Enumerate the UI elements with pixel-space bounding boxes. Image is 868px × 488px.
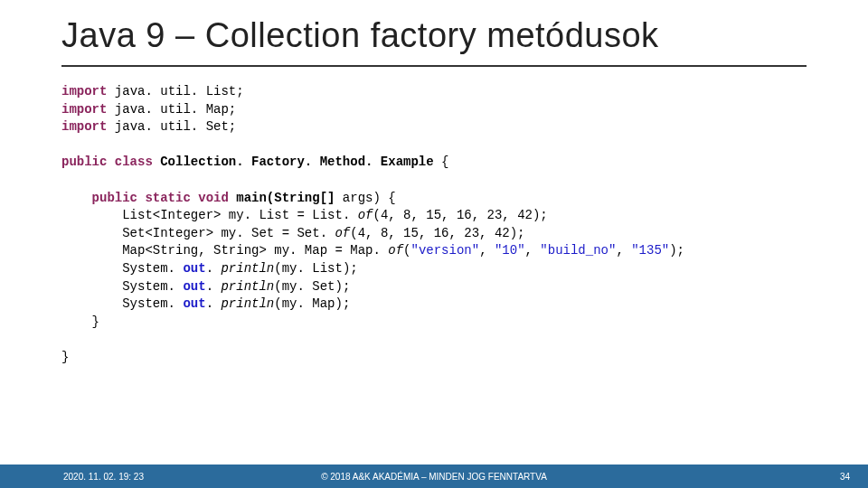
- kw-public-class: public class: [61, 155, 160, 169]
- fn-println: println: [221, 296, 274, 311]
- kw-import: import: [61, 119, 107, 134]
- code-text: = Map.: [335, 243, 388, 258]
- code-text: System.: [61, 261, 183, 276]
- code-text: (4, 8, 15, 16, 23, 42);: [373, 208, 548, 222]
- code-text: .: [206, 296, 222, 311]
- fn-println: println: [221, 279, 274, 294]
- slide-title: Java 9 – Collection factory metódusok: [61, 16, 659, 55]
- field-out: out: [183, 261, 205, 276]
- slide-number: 34: [840, 472, 850, 482]
- fn-of: of: [335, 226, 350, 240]
- string-literal: "135": [631, 243, 669, 258]
- code-text: }: [61, 314, 99, 329]
- fn-of: of: [358, 208, 373, 222]
- method-name: main(String[]: [236, 191, 343, 205]
- code-text: List<Integer>: [61, 208, 229, 222]
- code-text: System.: [61, 279, 183, 294]
- code-text: (: [403, 243, 410, 258]
- kw-import: import: [61, 102, 107, 117]
- code-text: .: [206, 279, 222, 294]
- code-text: .: [206, 261, 222, 276]
- code-text: (my. Set);: [274, 279, 350, 294]
- code-text: java. util. Map;: [107, 102, 236, 117]
- var-name: my. Map: [274, 243, 335, 258]
- code-text: {: [441, 155, 448, 169]
- code-text: ,: [616, 243, 631, 258]
- field-out: out: [183, 279, 205, 294]
- field-out: out: [183, 296, 205, 311]
- fn-println: println: [221, 261, 274, 276]
- code-text: = List.: [297, 208, 357, 222]
- code-text: java. util. List;: [107, 84, 243, 99]
- code-text: );: [669, 243, 684, 258]
- code-text: java. util. Set;: [107, 119, 236, 134]
- code-text: Set<Integer>: [61, 226, 221, 240]
- footer: 2020. 11. 02. 19: 23 © 2018 A&K AKADÉMIA…: [0, 465, 868, 488]
- var-name: my. List: [229, 208, 297, 222]
- code-text: (4, 8, 15, 16, 23, 42);: [350, 226, 524, 240]
- slide: Java 9 – Collection factory metódusok im…: [0, 0, 868, 488]
- fn-of: of: [388, 243, 403, 258]
- footer-copyright: © 2018 A&K AKADÉMIA – MINDEN JOG FENNTAR…: [0, 472, 868, 482]
- var-name: my. Set: [221, 226, 281, 240]
- code-block: import java. util. List; import java. ut…: [61, 83, 684, 367]
- string-literal: "10": [495, 243, 525, 258]
- class-name: Collection. Factory. Method. Example: [160, 155, 441, 169]
- title-underline: [61, 65, 807, 67]
- kw-method-sig: public static void: [61, 191, 236, 205]
- code-text: }: [61, 350, 69, 364]
- string-literal: "build_no": [540, 243, 616, 258]
- kw-import: import: [61, 84, 107, 99]
- code-text: args) {: [343, 191, 396, 205]
- code-text: = Set.: [282, 226, 335, 240]
- code-text: ,: [525, 243, 541, 258]
- code-text: ,: [479, 243, 495, 258]
- string-literal: "version": [411, 243, 480, 258]
- code-text: Map<String, String>: [61, 243, 274, 258]
- code-text: (my. List);: [274, 261, 357, 276]
- code-text: (my. Map);: [274, 296, 350, 311]
- code-text: System.: [61, 296, 183, 311]
